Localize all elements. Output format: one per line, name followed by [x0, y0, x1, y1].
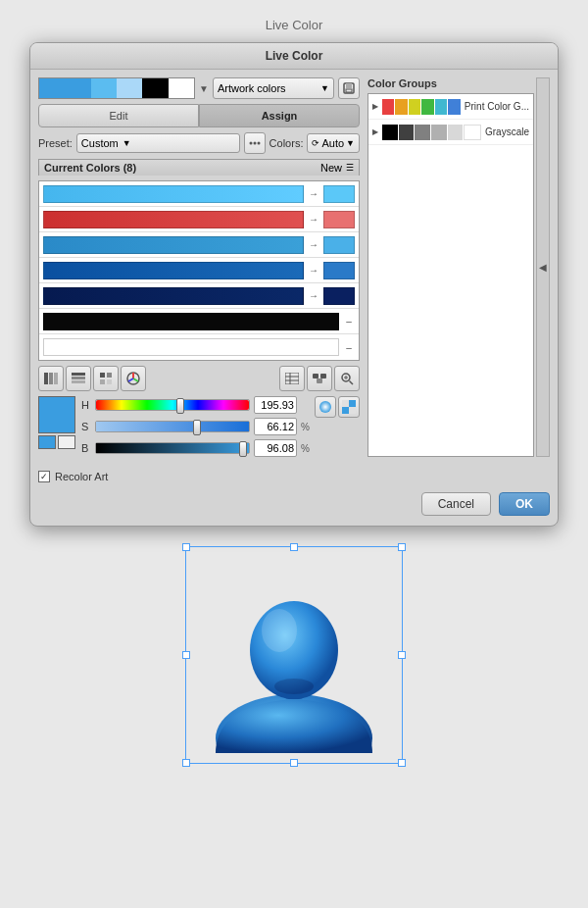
selection-box[interactable]: [185, 546, 403, 764]
s-value-input[interactable]: 66.12: [254, 418, 297, 435]
svg-point-36: [262, 609, 297, 652]
hsb-section: H 195.93 S: [38, 396, 360, 457]
color-preview-bar: [38, 77, 195, 99]
svg-rect-22: [320, 374, 326, 378]
preset-options-btn[interactable]: [244, 132, 266, 154]
row-arrow: →: [308, 188, 319, 199]
table-row[interactable]: →: [39, 207, 359, 232]
dialog-body: ▼ Artwork colors ▼ Edit Assign Preset: C…: [30, 70, 558, 465]
color-spectrum-btn[interactable]: [315, 396, 336, 418]
right-panel: Color Groups ▶ Print Color G.: [368, 77, 534, 457]
group-name: Grayscale: [485, 126, 529, 137]
preset-label: Preset:: [38, 137, 73, 149]
table-view-btn[interactable]: [279, 366, 305, 391]
main-color-preview[interactable]: [38, 396, 75, 433]
cancel-button[interactable]: Cancel: [421, 492, 491, 516]
colors-auto-dropdown[interactable]: ⟳ Auto ▼: [307, 133, 360, 153]
table-row[interactable]: →: [39, 283, 359, 309]
handle-tm[interactable]: [290, 543, 298, 551]
table-row[interactable]: →: [39, 181, 359, 207]
table-row[interactable]: –: [39, 309, 359, 334]
view-row-btn[interactable]: [66, 366, 91, 391]
s-slider-track[interactable]: [95, 421, 250, 432]
color-groups-list: ▶ Print Color G... ▶: [368, 93, 534, 457]
group-swatches: [382, 99, 461, 115]
color-box-small-2[interactable]: [58, 435, 75, 449]
svg-rect-23: [317, 378, 322, 383]
handle-ml[interactable]: [182, 651, 190, 659]
group-swatches: [382, 125, 481, 140]
svg-rect-8: [54, 373, 58, 384]
expand-arrow: ▶: [372, 102, 378, 111]
merge-btn[interactable]: [307, 366, 332, 391]
preset-dropdown[interactable]: Custom ▼: [76, 133, 240, 153]
row-arrow: →: [308, 265, 319, 276]
svg-point-28: [319, 401, 331, 413]
small-color-boxes: [38, 435, 75, 449]
color-group-item[interactable]: ▶ Grayscale: [368, 120, 533, 145]
recolor-art-checkbox[interactable]: ✓: [38, 471, 50, 482]
row-arrow: →: [308, 290, 319, 301]
recolor-row: ✓ Recolor Art: [30, 465, 558, 486]
row-dash: –: [343, 342, 355, 353]
h-slider-track[interactable]: [95, 399, 250, 411]
b-slider-row: B 96.08 %: [81, 439, 309, 457]
handle-br[interactable]: [398, 759, 406, 767]
s-unit: %: [301, 422, 309, 432]
svg-rect-14: [100, 379, 105, 384]
color-picker-btn[interactable]: [338, 396, 360, 418]
b-unit: %: [301, 443, 309, 454]
handle-bm[interactable]: [290, 759, 298, 767]
artwork-colors-dropdown[interactable]: Artwork colors ▼: [213, 77, 334, 99]
action-icons: [279, 366, 360, 391]
svg-rect-29: [342, 400, 349, 407]
svg-rect-10: [72, 377, 85, 379]
tab-assign[interactable]: Assign: [199, 104, 360, 127]
b-value-input[interactable]: 96.08: [254, 439, 297, 457]
person-figure: [196, 557, 392, 753]
svg-rect-15: [107, 379, 112, 384]
table-row[interactable]: –: [39, 334, 359, 360]
color-group-item[interactable]: ▶ Print Color G...: [368, 94, 533, 120]
color-wheel-btn[interactable]: [121, 366, 146, 391]
svg-rect-12: [100, 373, 105, 378]
handle-mr[interactable]: [398, 651, 406, 659]
svg-rect-32: [349, 407, 356, 414]
page-title: Live Color: [0, 0, 588, 42]
b-label: B: [81, 442, 91, 454]
svg-rect-13: [107, 373, 112, 378]
zoom-btn[interactable]: [334, 366, 360, 391]
tab-edit[interactable]: Edit: [38, 104, 199, 127]
colors-label: Colors:: [270, 137, 304, 149]
colors-table: → → → →: [38, 180, 360, 361]
panel-collapse-handle[interactable]: ◀: [536, 77, 550, 457]
svg-point-37: [274, 679, 314, 694]
handle-tr[interactable]: [398, 543, 406, 551]
view-grid-btn[interactable]: [93, 366, 119, 391]
color-box-small-1[interactable]: [38, 435, 56, 449]
save-color-group-btn[interactable]: [338, 77, 360, 99]
ok-button[interactable]: OK: [499, 492, 550, 516]
table-row[interactable]: →: [39, 232, 359, 258]
view-column-btn[interactable]: [38, 366, 64, 391]
bottom-icons-row: [38, 366, 360, 391]
svg-rect-1: [346, 83, 352, 88]
s-slider-row: S 66.12 %: [81, 418, 309, 435]
table-row[interactable]: →: [39, 258, 359, 283]
b-slider-track[interactable]: [95, 442, 250, 454]
svg-rect-11: [72, 380, 85, 383]
handle-bl[interactable]: [182, 759, 190, 767]
s-label: S: [81, 421, 91, 432]
svg-line-25: [350, 381, 354, 385]
svg-rect-2: [346, 89, 352, 92]
row-dash: –: [343, 316, 355, 327]
h-label: H: [81, 399, 91, 411]
svg-rect-9: [72, 373, 85, 376]
svg-point-3: [249, 142, 252, 145]
handle-tl[interactable]: [182, 543, 190, 551]
h-value-input[interactable]: 195.93: [254, 396, 297, 414]
table-options-btn[interactable]: ☰: [346, 163, 354, 173]
colors-table-header: Current Colors (8) New ☰: [38, 159, 360, 176]
current-colors-title: Current Colors (8): [44, 162, 317, 174]
group-name: Print Color G...: [465, 101, 529, 112]
